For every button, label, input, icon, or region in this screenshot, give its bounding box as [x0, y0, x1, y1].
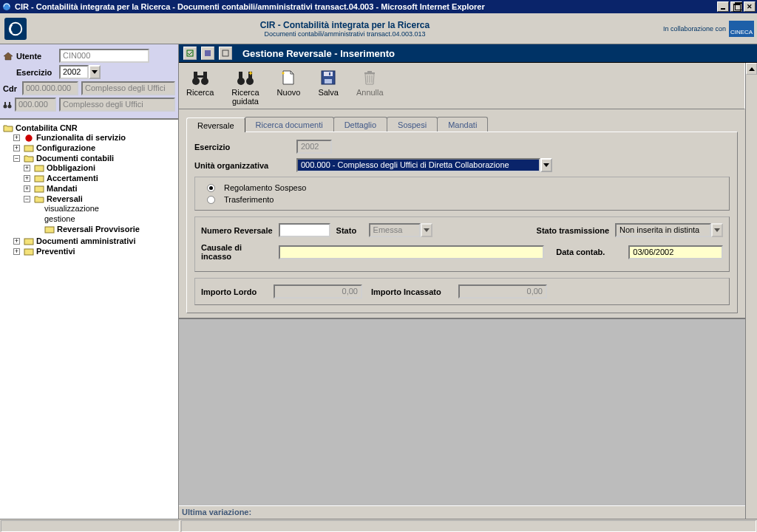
annulla-button[interactable]: Annulla [356, 69, 384, 106]
esercizio-select[interactable]: 2002 [59, 65, 89, 79]
empty-area [179, 318, 745, 505]
tree-gestione[interactable]: gestione [34, 214, 177, 223]
status-segment-left [1, 520, 180, 532]
svg-rect-30 [329, 72, 330, 75]
expand-icon[interactable] [13, 238, 20, 245]
folder-icon [34, 163, 44, 172]
folder-icon [24, 143, 34, 152]
svg-rect-21 [203, 72, 207, 78]
expand-icon[interactable] [24, 165, 30, 171]
radio-trasferimento[interactable] [207, 196, 215, 204]
svg-rect-28 [324, 72, 333, 76]
tab-mandati[interactable]: Mandati [437, 117, 488, 132]
tree-documenti-contabili[interactable]: Documenti contabili [13, 154, 177, 163]
tree-root-label: Contabilita CNR [16, 123, 78, 132]
radio-regolamento-sospeso[interactable] [207, 184, 215, 192]
stato-trasmissione-dropdown-button [711, 223, 723, 237]
data-contab-field[interactable]: 03/06/2002 [628, 245, 723, 259]
binoculars-icon [3, 101, 12, 109]
org-select[interactable]: 000.000 - Complesso degli Uffici di Dire… [296, 158, 540, 172]
expand-icon[interactable] [13, 134, 20, 141]
tree-accertamenti[interactable]: Accertamenti [24, 174, 177, 183]
panel-header: Gestione Reversale - Inserimento [179, 44, 757, 63]
home-icon [3, 52, 13, 61]
svg-rect-5 [4, 102, 6, 105]
binoculars-sparkle-icon [236, 69, 255, 86]
expand-icon[interactable] [24, 185, 30, 192]
cdr-code-field: 000.000.000 [22, 81, 78, 95]
cdr-label: Cdr [3, 84, 19, 93]
org-dropdown-button[interactable] [540, 158, 552, 172]
stato-select: Emessa [369, 223, 421, 237]
tree-reversali-provvisorie[interactable]: Reversali Provvisorie [34, 225, 177, 233]
panel-title: Gestione Reversale - Inserimento [242, 48, 395, 59]
tree-visualizzazione[interactable]: visualizzazione [34, 204, 177, 213]
header-action-1[interactable] [183, 47, 197, 60]
window-minimize-button[interactable] [717, 1, 729, 12]
left-pane: Utente CIN000 Esercizio 2002 Cdr 000.000… [0, 44, 179, 519]
radio-label: Trasferimento [224, 195, 274, 204]
tree-label: Accertamenti [47, 174, 98, 183]
expand-icon[interactable] [13, 145, 20, 151]
folder-icon [34, 184, 44, 193]
tree-obbligazioni[interactable]: Obbligazioni [24, 163, 177, 172]
window-restore-button[interactable] [730, 1, 742, 12]
toolbar-label: Salva [318, 88, 339, 97]
importo-lordo-field: 0,00 [274, 284, 362, 299]
svg-rect-20 [194, 72, 197, 78]
ricerca-button[interactable]: Ricerca [186, 69, 214, 106]
numero-reversale-field[interactable] [279, 223, 330, 237]
tree-root[interactable]: Contabilita CNR [3, 123, 177, 132]
vertical-scrollbar[interactable] [745, 63, 757, 519]
new-document-icon [279, 69, 298, 86]
details-fieldset: Numero Reversale Stato Emessa Stato tras… [194, 216, 730, 272]
ricerca-guidata-button[interactable]: Ricerca guidata [231, 69, 259, 106]
ultima-variazione-bar: Ultima variazione: [179, 505, 745, 519]
causale-field[interactable] [279, 245, 544, 259]
svg-point-3 [4, 104, 7, 108]
collapse-icon[interactable] [24, 196, 30, 202]
header-action-2[interactable] [201, 47, 214, 60]
importo-incassato-field: 0,00 [458, 284, 547, 299]
search-desc-field: Complesso degli Uffici [59, 98, 175, 112]
svg-rect-17 [223, 50, 228, 56]
tab-ricerca-documenti[interactable]: Ricerca documenti [245, 117, 334, 132]
esercizio-dropdown-button[interactable] [89, 65, 101, 79]
tree-configurazione[interactable]: Configurazione [13, 143, 177, 152]
binoculars-icon [191, 69, 210, 86]
tree-label: Documenti contabili [36, 154, 114, 163]
window-title: CIR - Contabilità integrata per la Ricer… [15, 2, 485, 11]
tree-documenti-amministrativi[interactable]: Documenti amministrativi [13, 236, 177, 245]
window-close-button[interactable] [744, 1, 756, 12]
header-action-3[interactable] [219, 47, 232, 60]
tree-label: Documenti amministrativi [36, 236, 135, 245]
tab-reversale[interactable]: Reversale [186, 117, 245, 132]
expand-icon[interactable] [13, 248, 20, 255]
scroll-up-button[interactable] [746, 63, 757, 75]
svg-point-24 [246, 78, 254, 85]
collapse-icon[interactable] [13, 155, 20, 162]
folder-open-icon [3, 123, 13, 132]
salva-button[interactable]: Salva [318, 69, 339, 106]
toolbar-label: Nuovo [277, 88, 301, 97]
numero-reversale-label: Numero Reversale [201, 226, 273, 235]
tab-sospesi[interactable]: Sospesi [387, 117, 438, 132]
tree-preventivi[interactable]: Preventivi [13, 247, 177, 256]
svg-point-1 [10, 22, 22, 35]
nav-tree[interactable]: Contabilita CNR Funzionalita di servizio… [0, 118, 178, 519]
svg-point-19 [201, 78, 208, 85]
type-fieldset: Regolamento Sospeso Trasferimento [194, 177, 730, 211]
tree-reversali[interactable]: Reversali [24, 194, 177, 203]
tree-funzionalita[interactable]: Funzionalita di servizio [13, 133, 177, 142]
amounts-fieldset: Importo Lordo 0,00 Importo Incassato 0,0… [194, 278, 730, 305]
stato-trasmissione-label: Stato trasmissione [537, 226, 609, 235]
stato-dropdown-button [421, 223, 432, 237]
nuovo-button[interactable]: Nuovo [277, 69, 301, 106]
importo-incassato-label: Importo Incassato [371, 287, 452, 296]
tree-label: Funzionalita di servizio [36, 133, 126, 142]
utente-field: CIN000 [59, 49, 149, 63]
trash-icon [360, 69, 379, 86]
expand-icon[interactable] [24, 175, 30, 182]
tree-mandati[interactable]: Mandati [24, 184, 177, 193]
tab-dettaglio[interactable]: Dettaglio [333, 117, 387, 132]
